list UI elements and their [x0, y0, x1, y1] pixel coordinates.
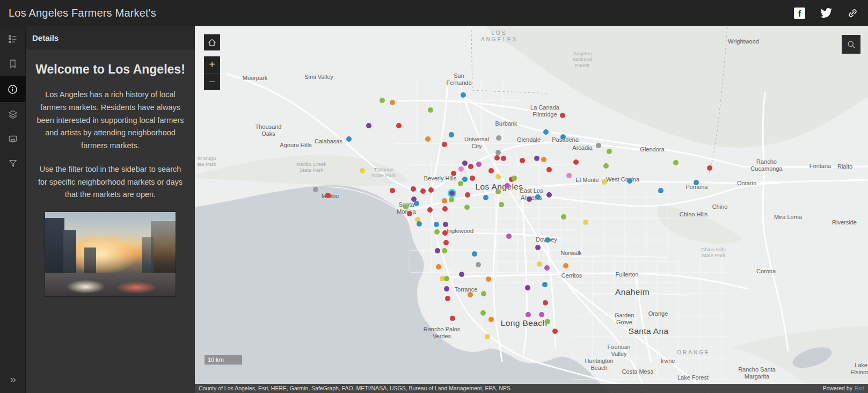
market-dot[interactable]	[450, 316, 455, 321]
market-dot[interactable]	[537, 261, 542, 267]
market-dot[interactable]	[366, 123, 371, 128]
market-dot[interactable]	[442, 206, 448, 212]
market-dot[interactable]	[495, 174, 501, 179]
market-dot[interactable]	[414, 201, 419, 206]
market-dot[interactable]	[480, 310, 486, 316]
market-dot[interactable]	[458, 166, 464, 172]
market-dot[interactable]	[390, 188, 395, 193]
market-dot[interactable]	[434, 229, 440, 235]
market-dot[interactable]	[488, 168, 494, 173]
market-dot[interactable]	[420, 188, 426, 194]
twitter-icon[interactable]	[820, 7, 832, 19]
market-dot[interactable]	[627, 178, 632, 184]
market-dot[interactable]	[464, 205, 470, 210]
home-button[interactable]	[204, 34, 220, 50]
market-dot[interactable]	[543, 129, 549, 135]
market-dot[interactable]	[542, 282, 548, 287]
market-dot[interactable]	[541, 157, 546, 162]
market-dot[interactable]	[488, 317, 494, 322]
market-dot[interactable]	[602, 179, 607, 185]
market-dot[interactable]	[445, 296, 450, 301]
market-dot[interactable]	[485, 334, 490, 339]
market-dot[interactable]	[535, 194, 541, 200]
market-dot[interactable]	[607, 149, 612, 154]
market-dot[interactable]	[468, 292, 473, 297]
market-dot[interactable]	[525, 285, 530, 290]
market-dot[interactable]	[552, 329, 558, 334]
market-dot[interactable]	[472, 251, 477, 257]
market-dot[interactable]	[707, 165, 712, 171]
market-dot-selected[interactable]	[449, 191, 455, 196]
market-dot[interactable]	[560, 113, 565, 118]
market-dot[interactable]	[546, 192, 552, 198]
market-dot[interactable]	[539, 312, 544, 317]
market-dot[interactable]	[596, 143, 601, 148]
market-dot[interactable]	[390, 100, 395, 105]
market-dot[interactable]	[496, 135, 501, 141]
market-dot[interactable]	[449, 197, 454, 202]
link-icon[interactable]	[847, 8, 858, 19]
market-dot[interactable]	[527, 196, 532, 202]
market-dot[interactable]	[673, 160, 679, 165]
market-dot[interactable]	[403, 204, 409, 209]
market-dot[interactable]	[535, 245, 541, 250]
esri-link[interactable]: Esri	[855, 385, 864, 391]
market-dot[interactable]	[545, 319, 550, 324]
market-dot[interactable]	[566, 173, 572, 178]
map-view[interactable]: LOS ANGELESWrightwoodAngeles National Fo…	[195, 26, 868, 393]
market-dot[interactable]	[501, 156, 506, 161]
sidebar-item-legend[interactable]	[0, 27, 26, 52]
market-dot[interactable]	[360, 168, 365, 173]
market-dot[interactable]	[543, 300, 548, 305]
market-dot[interactable]	[573, 159, 579, 165]
market-dot[interactable]	[563, 263, 568, 268]
market-dot[interactable]	[428, 107, 433, 113]
market-dot[interactable]	[512, 176, 517, 181]
market-dot[interactable]	[468, 164, 473, 169]
sidebar-item-layers[interactable]	[0, 102, 26, 127]
market-dot[interactable]	[483, 195, 488, 200]
market-dot[interactable]	[407, 211, 412, 216]
expand-sidebar-button[interactable]: »	[0, 373, 26, 385]
market-dot[interactable]	[417, 221, 422, 227]
sidebar-item-basemap[interactable]	[0, 127, 26, 151]
sidebar-item-information[interactable]	[0, 76, 26, 102]
market-dot[interactable]	[444, 286, 449, 292]
market-dot[interactable]	[495, 189, 501, 194]
market-dot[interactable]	[534, 156, 539, 161]
market-dot[interactable]	[313, 187, 318, 192]
market-dot[interactable]	[325, 193, 331, 198]
market-dot[interactable]	[694, 180, 699, 185]
market-dot[interactable]	[603, 163, 609, 169]
market-dot[interactable]	[380, 98, 385, 103]
market-dot[interactable]	[476, 262, 481, 267]
zoom-in-button[interactable]: +	[204, 56, 220, 73]
sidebar-item-filter[interactable]	[0, 151, 26, 176]
search-button[interactable]	[842, 35, 860, 54]
sidebar-item-bookmarks[interactable]	[0, 52, 26, 76]
market-dot[interactable]	[461, 92, 466, 98]
market-dot[interactable]	[442, 248, 447, 253]
market-dot[interactable]	[435, 248, 440, 253]
facebook-icon[interactable]: f	[794, 8, 805, 19]
market-dot[interactable]	[458, 181, 463, 186]
market-dot[interactable]	[476, 162, 482, 167]
market-dot[interactable]	[434, 222, 439, 227]
market-dot[interactable]	[442, 198, 447, 203]
market-dot[interactable]	[486, 276, 491, 282]
market-dot[interactable]	[396, 123, 402, 128]
market-dot[interactable]	[520, 158, 525, 163]
market-dot[interactable]	[442, 142, 447, 147]
market-dot[interactable]	[505, 183, 510, 188]
zoom-out-button[interactable]: −	[204, 73, 220, 90]
market-dot[interactable]	[444, 276, 449, 281]
market-dot[interactable]	[526, 312, 531, 317]
market-dot[interactable]	[427, 207, 433, 213]
market-dot[interactable]	[346, 136, 352, 142]
market-dot[interactable]	[545, 237, 550, 243]
market-dot[interactable]	[462, 177, 468, 182]
market-dot[interactable]	[583, 220, 588, 225]
market-dot[interactable]	[481, 291, 486, 296]
market-dot[interactable]	[443, 222, 448, 227]
market-dot[interactable]	[544, 265, 550, 271]
